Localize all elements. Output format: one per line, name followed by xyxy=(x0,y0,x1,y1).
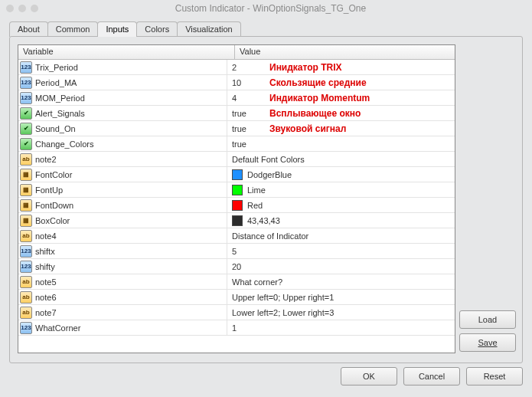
save-button[interactable]: Save xyxy=(459,333,516,352)
variable-cell[interactable]: ✔Sound_On xyxy=(18,121,227,136)
table-row[interactable]: 123Trix_Period2Инидкатор TRIX xyxy=(18,60,455,75)
value-cell[interactable]: Lower left=2; Lower right=3 xyxy=(227,305,455,320)
value-text: 4 xyxy=(232,94,237,103)
table-header: Variable Value xyxy=(18,45,455,60)
value-cell[interactable]: Default Font Colors xyxy=(227,152,455,166)
table-row[interactable]: 123shiftx5 xyxy=(18,244,455,259)
table-row[interactable]: abnote6Upper left=0; Upper right=1 xyxy=(18,290,455,305)
table-row[interactable]: abnote4Distance of Indicator xyxy=(18,228,455,244)
variable-name: MOM_Period xyxy=(35,94,85,103)
inputs-table: Variable Value 123Trix_Period2Инидкатор … xyxy=(18,44,455,353)
reset-button[interactable]: Reset xyxy=(466,367,523,386)
value-cell[interactable]: Red xyxy=(227,198,455,212)
value-cell[interactable]: DodgerBlue xyxy=(227,167,455,182)
value-cell[interactable]: trueЗвуковой сигнал xyxy=(227,121,455,136)
table-row[interactable]: abnote5What corner? xyxy=(18,274,455,290)
table-row[interactable]: ▦BoxColor43,43,43 xyxy=(18,213,455,228)
value-cell[interactable]: trueВсплывающее окно xyxy=(227,106,455,120)
value-text: true xyxy=(232,139,246,149)
value-cell[interactable]: Distance of Indicator xyxy=(227,228,455,243)
variable-cell[interactable]: abnote2 xyxy=(18,152,227,166)
variable-cell[interactable]: ✔Change_Colors xyxy=(18,136,227,151)
table-row[interactable]: ▦FontUpLime xyxy=(18,182,455,198)
variable-cell[interactable]: ▦FontColor xyxy=(18,167,227,182)
color-swatch xyxy=(232,185,243,195)
table-row[interactable]: ▦FontDownRed xyxy=(18,198,455,213)
variable-cell[interactable]: 123shiftx xyxy=(18,244,227,258)
col-type-icon: ▦ xyxy=(20,184,32,196)
variable-cell[interactable]: ✔Alert_Signals xyxy=(18,106,227,120)
variable-cell[interactable]: 123Trix_Period xyxy=(18,60,227,74)
variable-cell[interactable]: abnote7 xyxy=(18,305,227,320)
value-cell[interactable]: 43,43,43 xyxy=(227,213,455,228)
table-row[interactable]: ▦FontColorDodgerBlue xyxy=(18,167,455,182)
reset-button-label: Reset xyxy=(484,372,506,381)
value-text: 5 xyxy=(232,247,237,256)
window-title: Custom Indicator - WinOptionSignals_TG_O… xyxy=(15,3,526,14)
table-row[interactable]: ✔Change_Colorstrue xyxy=(18,136,455,152)
annotation-text: Индикатор Momentum xyxy=(269,93,370,103)
variable-name: WhatCorner xyxy=(35,323,80,333)
variable-name: Period_MA xyxy=(35,78,77,87)
value-cell[interactable]: 4Индикатор Momentum xyxy=(227,90,455,105)
annotation-text: Инидкатор TRIX xyxy=(269,62,342,73)
int-type-icon: 123 xyxy=(20,61,32,74)
value-text: 2 xyxy=(232,63,237,72)
variable-name: Sound_On xyxy=(35,124,76,133)
tab-common[interactable]: Common xyxy=(47,21,99,37)
variable-name: note5 xyxy=(35,277,57,287)
column-variable[interactable]: Variable xyxy=(18,45,235,59)
annotation-text: Звуковой сигнал xyxy=(269,123,346,134)
value-cell[interactable]: 1 xyxy=(227,320,455,335)
column-value[interactable]: Value xyxy=(235,45,455,59)
value-text: 43,43,43 xyxy=(247,216,280,225)
annotation-text: Скользящие средние xyxy=(269,77,367,88)
table-row[interactable]: 123WhatCorner1 xyxy=(18,320,455,336)
value-cell[interactable]: 20 xyxy=(227,259,455,274)
variable-cell[interactable]: abnote5 xyxy=(18,274,227,289)
variable-cell[interactable]: 123shifty xyxy=(18,259,227,274)
table-row[interactable]: 123shifty20 xyxy=(18,259,455,274)
variable-name: BoxColor xyxy=(35,216,70,225)
color-swatch xyxy=(232,215,243,226)
variable-cell[interactable]: ▦BoxColor xyxy=(18,213,227,228)
load-button[interactable]: Load xyxy=(459,310,516,329)
window-body: AboutCommonInputsColorsVisualization Var… xyxy=(6,17,526,391)
table-row[interactable]: ✔Sound_OntrueЗвуковой сигнал xyxy=(18,121,455,136)
annotation-text: Всплывающее окно xyxy=(269,108,361,119)
value-cell[interactable]: Upper left=0; Upper right=1 xyxy=(227,290,455,304)
value-cell[interactable]: true xyxy=(227,136,455,151)
variable-cell[interactable]: 123MOM_Period xyxy=(18,90,227,105)
table-body: 123Trix_Period2Инидкатор TRIX123Period_M… xyxy=(18,60,455,336)
int-type-icon: 123 xyxy=(20,322,32,334)
str-type-icon: ab xyxy=(20,291,32,303)
cancel-button[interactable]: Cancel xyxy=(403,367,460,386)
table-row[interactable]: 123MOM_Period4Индикатор Momentum xyxy=(18,90,455,106)
table-row[interactable]: 123Period_MA10Скользящие средние xyxy=(18,75,455,90)
variable-cell[interactable]: ▦FontDown xyxy=(18,198,227,212)
variable-name: shifty xyxy=(35,262,55,271)
value-cell[interactable]: 5 xyxy=(227,244,455,258)
table-row[interactable]: abnote7Lower left=2; Lower right=3 xyxy=(18,305,455,320)
variable-name: note6 xyxy=(35,293,57,302)
ok-button[interactable]: OK xyxy=(341,367,397,386)
tab-colors[interactable]: Colors xyxy=(136,21,178,37)
variable-cell[interactable]: abnote4 xyxy=(18,228,227,243)
variable-name: FontUp xyxy=(35,185,63,195)
variable-name: note2 xyxy=(35,155,57,164)
close-icon[interactable] xyxy=(6,5,14,12)
value-cell[interactable]: What corner? xyxy=(227,274,455,289)
table-row[interactable]: ✔Alert_SignalstrueВсплывающее окно xyxy=(18,106,455,121)
variable-cell[interactable]: 123WhatCorner xyxy=(18,320,227,335)
table-row[interactable]: abnote2Default Font Colors xyxy=(18,152,455,167)
value-cell[interactable]: 10Скользящие средние xyxy=(227,75,455,90)
variable-cell[interactable]: abnote6 xyxy=(18,290,227,304)
tab-inputs[interactable]: Inputs xyxy=(97,21,137,37)
variable-name: Alert_Signals xyxy=(35,109,85,118)
variable-cell[interactable]: ▦FontUp xyxy=(18,182,227,197)
variable-cell[interactable]: 123Period_MA xyxy=(18,75,227,90)
tab-visualization[interactable]: Visualization xyxy=(177,21,241,37)
value-cell[interactable]: Lime xyxy=(227,182,455,197)
value-cell[interactable]: 2Инидкатор TRIX xyxy=(227,60,455,74)
tab-about[interactable]: About xyxy=(9,21,48,37)
